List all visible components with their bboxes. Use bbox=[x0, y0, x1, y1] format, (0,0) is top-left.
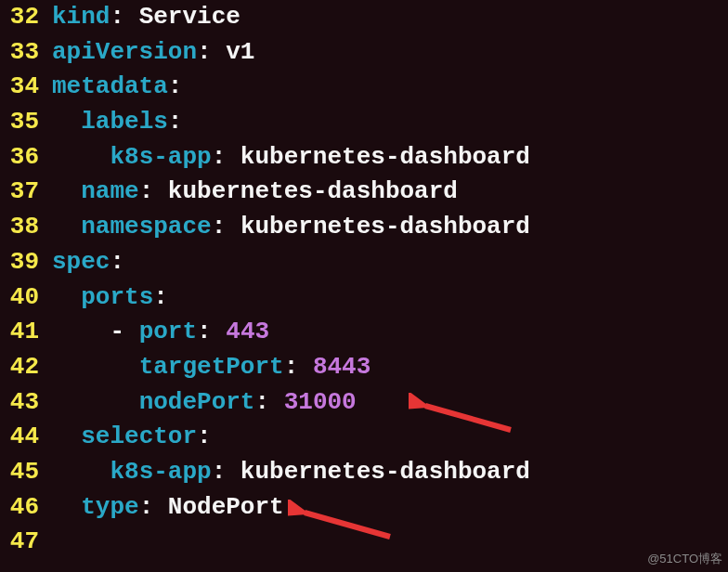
code-line: 40 ports: bbox=[0, 280, 728, 316]
code-line: 34metadata: bbox=[0, 70, 728, 105]
code-line: 43 nodePort: 31000 bbox=[0, 385, 728, 421]
line-content: selector: bbox=[52, 420, 728, 455]
yaml-key: name bbox=[81, 177, 138, 205]
yaml-key: targetPort bbox=[139, 353, 284, 381]
line-content: - port: 443 bbox=[52, 315, 728, 350]
yaml-value: 443 bbox=[226, 318, 269, 345]
line-content bbox=[52, 525, 728, 560]
yaml-key: port bbox=[139, 318, 197, 345]
code-line: 37 name: kubernetes-dashboard bbox=[0, 175, 728, 210]
yaml-key: nodePort bbox=[139, 388, 255, 416]
code-line: 45 k8s-app: kubernetes-dashboard bbox=[0, 455, 728, 490]
line-number: 46 bbox=[0, 490, 52, 526]
line-content: ports: bbox=[52, 280, 728, 316]
line-number: 35 bbox=[0, 105, 52, 140]
yaml-key: type bbox=[81, 493, 138, 521]
code-line: 32kind: Service bbox=[0, 0, 728, 35]
line-number: 44 bbox=[0, 420, 52, 455]
line-content: metadata: bbox=[52, 70, 728, 105]
line-number: 39 bbox=[0, 245, 52, 280]
line-number: 47 bbox=[0, 525, 52, 560]
line-number: 38 bbox=[0, 210, 52, 245]
yaml-value: NodePort bbox=[168, 493, 284, 521]
line-number: 34 bbox=[0, 70, 52, 105]
code-line: 42 targetPort: 8443 bbox=[0, 350, 728, 385]
code-line: 38 namespace: kubernetes-dashboard bbox=[0, 210, 728, 245]
line-content: name: kubernetes-dashboard bbox=[52, 175, 728, 210]
yaml-key: labels bbox=[81, 108, 168, 136]
line-content: targetPort: 8443 bbox=[52, 350, 728, 385]
yaml-value: kubernetes-dashboard bbox=[240, 458, 530, 486]
code-line: 39spec: bbox=[0, 245, 728, 280]
yaml-key: spec bbox=[52, 248, 110, 276]
line-number: 33 bbox=[0, 35, 52, 71]
code-line: 46 type: NodePort bbox=[0, 490, 728, 526]
yaml-value: 31000 bbox=[284, 388, 357, 416]
line-number: 37 bbox=[0, 175, 52, 210]
line-number: 40 bbox=[0, 280, 52, 316]
yaml-key: k8s-app bbox=[110, 458, 211, 486]
yaml-value: Service bbox=[139, 3, 240, 31]
line-content: type: NodePort bbox=[52, 490, 728, 526]
yaml-key: k8s-app bbox=[110, 143, 211, 171]
yaml-key: apiVersion bbox=[52, 38, 197, 66]
yaml-value: kubernetes-dashboard bbox=[168, 177, 458, 205]
line-number: 32 bbox=[0, 0, 52, 35]
line-number: 45 bbox=[0, 455, 52, 490]
yaml-key: kind bbox=[52, 3, 110, 31]
code-line: 36 k8s-app: kubernetes-dashboard bbox=[0, 140, 728, 176]
line-content: nodePort: 31000 bbox=[52, 385, 728, 421]
line-number: 43 bbox=[0, 385, 52, 421]
yaml-value: kubernetes-dashboard bbox=[240, 143, 530, 171]
line-content: labels: bbox=[52, 105, 728, 140]
yaml-key: namespace bbox=[81, 213, 211, 240]
code-line: 47 bbox=[0, 525, 728, 560]
code-line: 44 selector: bbox=[0, 420, 728, 455]
code-line: 35 labels: bbox=[0, 105, 728, 140]
watermark: @51CTO博客 bbox=[647, 551, 722, 568]
yaml-value: kubernetes-dashboard bbox=[240, 213, 530, 240]
code-block: 32kind: Service33apiVersion: v134metadat… bbox=[0, 0, 728, 560]
yaml-key: ports bbox=[81, 283, 153, 311]
code-line: 41 - port: 443 bbox=[0, 315, 728, 350]
code-line: 33apiVersion: v1 bbox=[0, 35, 728, 71]
line-content: spec: bbox=[52, 245, 728, 280]
line-number: 41 bbox=[0, 315, 52, 350]
line-content: k8s-app: kubernetes-dashboard bbox=[52, 455, 728, 490]
line-number: 36 bbox=[0, 140, 52, 176]
yaml-value: v1 bbox=[226, 38, 254, 66]
yaml-key: metadata bbox=[52, 72, 168, 100]
line-content: apiVersion: v1 bbox=[52, 35, 728, 71]
line-content: k8s-app: kubernetes-dashboard bbox=[52, 140, 728, 176]
yaml-key: selector bbox=[81, 422, 197, 450]
line-content: namespace: kubernetes-dashboard bbox=[52, 210, 728, 245]
line-number: 42 bbox=[0, 350, 52, 385]
yaml-value: 8443 bbox=[313, 353, 370, 381]
line-content: kind: Service bbox=[52, 0, 728, 35]
